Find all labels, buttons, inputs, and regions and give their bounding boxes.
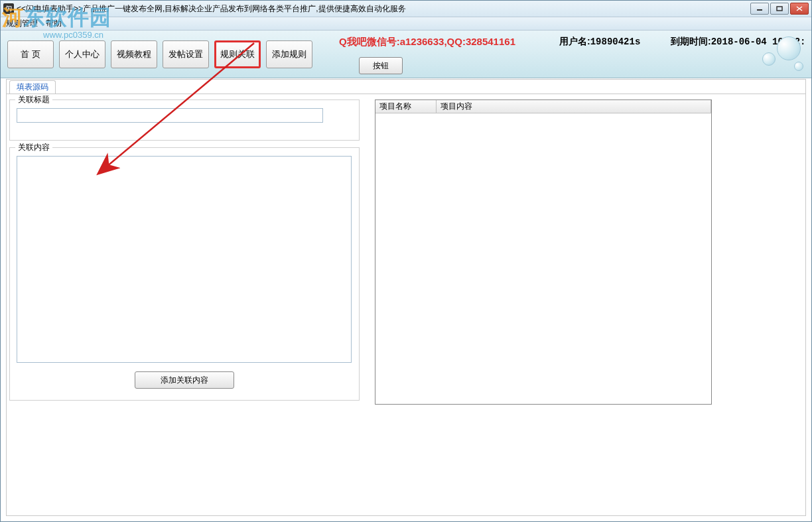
rule-assoc-button[interactable]: 规则关联: [214, 40, 261, 68]
svg-rect-1: [777, 7, 782, 11]
menu-rule-manage[interactable]: 规则管理: [6, 18, 38, 29]
maximize-button[interactable]: [770, 3, 789, 15]
assoc-content-textarea[interactable]: [17, 156, 352, 363]
table-header: 项目名称 项目内容: [375, 100, 711, 113]
promo-text: Q我吧微信号:a1236633,QQ:328541161: [339, 36, 515, 48]
post-settings-button[interactable]: 发帖设置: [163, 40, 209, 68]
toolbar: 首 页 个人中心 视频教程 发帖设置 规则关联 添加规则 Q我吧微信号:a123…: [1, 31, 811, 78]
home-button[interactable]: 首 页: [7, 40, 54, 68]
col-item-content[interactable]: 项目内容: [437, 100, 711, 113]
assoc-content-group: 关联内容 添加关联内容: [9, 147, 360, 401]
titlebar: 闪 <<闪电填表助手>>产品推广一键发布全网,目标解决企业产品发布到网络各类平台…: [1, 1, 811, 17]
app-window: 闪 <<闪电填表助手>>产品推广一键发布全网,目标解决企业产品发布到网络各类平台…: [0, 0, 812, 522]
add-rule-button[interactable]: 添加规则: [266, 40, 312, 68]
window-title: <<闪电填表助手>>产品推广一键发布全网,目标解决企业产品发布到网络各类平台推广…: [17, 3, 750, 15]
col-item-name[interactable]: 项目名称: [375, 100, 437, 113]
menubar: 规则管理 帮助: [1, 17, 811, 31]
decoration-bubbles: [752, 34, 805, 74]
minimize-button[interactable]: [750, 3, 769, 15]
video-tutorial-button[interactable]: 视频教程: [111, 40, 157, 68]
sub-button[interactable]: 按钮: [359, 57, 403, 74]
content-area: 填表源码 关联标题 关联内容 添加关联内容 项目名称 项目内容: [6, 79, 806, 516]
item-table[interactable]: 项目名称 项目内容: [375, 99, 712, 405]
assoc-title-label: 关联标题: [15, 94, 52, 105]
assoc-content-label: 关联内容: [15, 142, 52, 153]
tab-strip: 填表源码: [7, 80, 805, 94]
tab-form-source[interactable]: 填表源码: [9, 80, 56, 94]
assoc-title-group: 关联标题: [9, 99, 360, 141]
user-info: 用户名: 19890421s: [559, 36, 640, 48]
add-assoc-content-button[interactable]: 添加关联内容: [135, 371, 234, 389]
window-controls: [750, 3, 809, 15]
close-button[interactable]: [790, 3, 809, 15]
user-center-button[interactable]: 个人中心: [59, 40, 105, 68]
assoc-title-input[interactable]: [17, 108, 323, 123]
app-icon: 闪: [3, 3, 14, 14]
menu-help[interactable]: 帮助: [46, 18, 62, 29]
panel-container: 关联标题 关联内容 添加关联内容 项目名称 项目内容: [7, 94, 805, 515]
